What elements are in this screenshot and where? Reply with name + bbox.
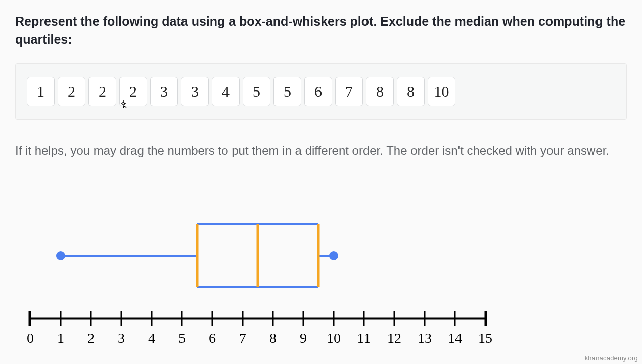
boxplot-svg[interactable]: 0123456789101112131415 xyxy=(0,202,642,364)
axis-label: 0 xyxy=(27,330,34,346)
data-chip[interactable]: 1 xyxy=(27,77,55,106)
data-chip-row: 122233455678810 xyxy=(27,77,615,106)
data-chip[interactable]: 3 xyxy=(150,77,178,106)
data-chip[interactable]: 7 xyxy=(335,77,363,106)
axis-label: 13 xyxy=(418,330,432,346)
axis-label: 10 xyxy=(327,330,341,346)
data-chip[interactable]: 2 xyxy=(58,77,85,106)
hint-text: If it helps, you may drag the numbers to… xyxy=(15,141,627,160)
axis-label: 12 xyxy=(387,330,401,346)
data-chip[interactable]: 5 xyxy=(243,77,270,106)
data-chip[interactable]: 3 xyxy=(181,77,209,106)
axis-label: 6 xyxy=(209,330,216,346)
data-panel: 122233455678810 xyxy=(15,63,627,120)
axis-label: 11 xyxy=(357,330,371,346)
watermark: khanacademy.org xyxy=(585,354,638,362)
axis-label: 5 xyxy=(178,330,186,346)
data-chip[interactable]: 5 xyxy=(273,77,301,106)
axis-label: 15 xyxy=(478,330,492,346)
axis-label: 14 xyxy=(448,330,462,346)
data-chip[interactable]: 4 xyxy=(212,77,240,106)
data-chip[interactable]: 8 xyxy=(397,77,425,106)
boxplot-area[interactable]: 0123456789101112131415 xyxy=(0,202,642,364)
min-handle[interactable] xyxy=(56,251,65,260)
data-chip[interactable]: 10 xyxy=(428,77,455,106)
axis-label: 9 xyxy=(300,330,307,346)
axis-label: 3 xyxy=(118,330,125,346)
question-prompt: Represent the following data using a box… xyxy=(15,12,627,49)
axis-label: 7 xyxy=(239,330,246,346)
data-chip[interactable]: 2 xyxy=(88,77,116,106)
axis-label: 1 xyxy=(57,330,64,346)
axis-label: 4 xyxy=(148,330,155,346)
axis-label: 2 xyxy=(87,330,95,346)
data-chip[interactable]: 8 xyxy=(366,77,394,106)
max-handle[interactable] xyxy=(329,251,338,260)
data-chip[interactable]: 2 xyxy=(119,77,147,106)
data-chip[interactable]: 6 xyxy=(304,77,332,106)
axis-label: 8 xyxy=(269,330,277,346)
